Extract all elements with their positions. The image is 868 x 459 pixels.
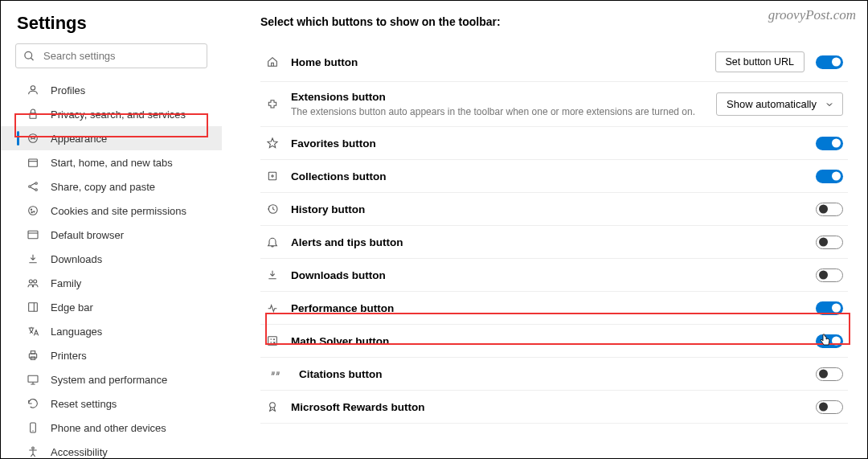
toggle-history-button[interactable] — [816, 203, 843, 216]
nav-label: Accessibility — [51, 446, 108, 458]
row-label: Alerts and tips button — [291, 236, 805, 248]
toggle-home-button[interactable] — [816, 55, 843, 69]
toggle-alerts-and-tips-button[interactable] — [816, 236, 843, 249]
svg-point-12 — [31, 209, 31, 210]
sidebar-item-edge-bar[interactable]: Edge bar — [1, 295, 222, 319]
sidebar-item-reset-settings[interactable]: Reset settings — [1, 391, 222, 416]
toggle-performance-button[interactable] — [816, 301, 843, 315]
sidebar-item-privacy-search-and-services[interactable]: Privacy, search, and services — [1, 102, 222, 126]
nav-label: Reset settings — [51, 398, 117, 410]
toolbar-row-extensions-button: Extensions buttonThe extensions button a… — [260, 82, 848, 127]
row-label: Performance button — [291, 302, 805, 314]
sidebar-item-default-browser[interactable]: Default browser — [1, 223, 222, 247]
svg-rect-3 — [30, 113, 36, 119]
svg-point-8 — [29, 186, 31, 188]
appearance-icon — [27, 132, 39, 145]
nav-list: ProfilesPrivacy, search, and servicesApp… — [1, 78, 222, 459]
row-label: Math Solver button — [291, 335, 805, 347]
nav-label: Privacy, search, and services — [51, 109, 186, 121]
toggle-collections-button[interactable] — [816, 170, 843, 183]
sidebar-item-printers[interactable]: Printers — [1, 343, 222, 367]
toggle-microsoft-rewards-button[interactable] — [816, 400, 843, 414]
download-icon — [27, 252, 39, 265]
nav-label: Default browser — [51, 229, 124, 241]
toolbar-row-performance-button: Performance button — [260, 292, 848, 325]
phone-icon — [27, 421, 39, 434]
sidebar-item-languages[interactable]: Languages — [1, 319, 222, 343]
toggle-citations-button[interactable] — [816, 367, 843, 381]
toggle-knob — [819, 205, 828, 214]
svg-rect-28 — [268, 337, 277, 346]
toggle-knob — [819, 238, 828, 247]
row-body: History button — [291, 203, 805, 215]
svg-point-10 — [35, 189, 38, 191]
sidebar-item-family[interactable]: Family — [1, 271, 222, 295]
nav-label: Share, copy and paste — [51, 181, 155, 193]
browser-icon — [27, 228, 39, 241]
row-body: Collections button — [291, 170, 805, 182]
svg-point-11 — [29, 207, 38, 215]
system-icon — [27, 373, 39, 386]
row-body: Math Solver button — [291, 335, 805, 347]
svg-point-29 — [270, 403, 276, 408]
row-description: The extensions button auto appears in th… — [291, 106, 705, 117]
toolbar-row-downloads-button: Downloads button — [260, 259, 848, 292]
toolbar-row-microsoft-rewards-button: Microsoft Rewards button — [260, 391, 848, 424]
toggle-knob — [832, 304, 841, 313]
main-content: Select which buttons to show on the tool… — [222, 1, 867, 458]
extension-icon — [265, 97, 280, 112]
share-icon — [27, 180, 39, 193]
sidebar-item-system-and-performance[interactable]: System and performance — [1, 367, 222, 391]
printer-icon — [27, 349, 39, 362]
nav-label: System and performance — [51, 374, 167, 386]
toggle-knob — [819, 403, 828, 412]
star-icon — [265, 136, 280, 150]
sidebar-item-downloads[interactable]: Downloads — [1, 247, 222, 271]
nav-label: Edge bar — [51, 301, 93, 314]
svg-rect-19 — [29, 354, 36, 358]
nav-label: Family — [51, 277, 81, 289]
collections-icon — [265, 169, 280, 183]
sidebar-item-share-copy-and-paste[interactable]: Share, copy and paste — [1, 174, 222, 199]
toolbar-rows: Home buttonSet button URLExtensions butt… — [260, 43, 848, 424]
performance-icon — [265, 301, 280, 315]
profile-icon — [27, 84, 39, 96]
set-button-url-button[interactable]: Set button URL — [715, 51, 805, 72]
nav-label: Downloads — [51, 253, 102, 265]
toggle-knob — [819, 271, 828, 280]
toolbar-row-favorites-button: Favorites button — [260, 127, 848, 160]
toggle-knob — [832, 58, 841, 67]
sidebar-item-accessibility[interactable]: Accessibility — [1, 440, 222, 459]
dropdown-label: Show automatically — [727, 98, 817, 110]
svg-point-13 — [34, 211, 35, 212]
svg-line-1 — [31, 57, 33, 59]
row-body: Extensions buttonThe extensions button a… — [291, 91, 705, 117]
row-label: Collections button — [291, 170, 805, 182]
page-title: Settings — [1, 9, 222, 43]
sidebar-item-appearance[interactable]: Appearance — [1, 126, 222, 150]
toggle-knob — [832, 139, 841, 148]
toolbar-row-history-button: History button — [260, 193, 848, 226]
edgebar-icon — [27, 301, 39, 314]
row-body: Downloads button — [291, 269, 805, 281]
toggle-favorites-button[interactable] — [816, 137, 843, 150]
row-label: Citations button — [294, 368, 805, 380]
search-icon — [23, 50, 35, 62]
extensions-dropdown[interactable]: Show automatically — [716, 92, 843, 116]
sidebar-item-cookies-and-site-permissions[interactable]: Cookies and site permissions — [1, 199, 222, 223]
sidebar-item-profiles[interactable]: Profiles — [1, 78, 222, 102]
row-body: Alerts and tips button — [291, 236, 805, 248]
nav-label: Appearance — [51, 133, 107, 145]
svg-point-6 — [34, 137, 35, 137]
sidebar-item-phone-and-other-devices[interactable]: Phone and other devices — [1, 416, 222, 440]
reset-icon — [27, 397, 39, 410]
search-input[interactable] — [15, 43, 207, 68]
sidebar-item-start-home-and-new-tabs[interactable]: Start, home, and new tabs — [1, 150, 222, 174]
nav-label: Cookies and site permissions — [51, 205, 186, 217]
row-body: Performance button — [291, 302, 805, 314]
svg-point-17 — [34, 280, 37, 283]
home-icon — [265, 55, 280, 69]
toggle-downloads-button[interactable] — [816, 268, 843, 282]
row-body: Favorites button — [291, 137, 805, 150]
toggle-math-solver-button[interactable] — [816, 334, 843, 348]
